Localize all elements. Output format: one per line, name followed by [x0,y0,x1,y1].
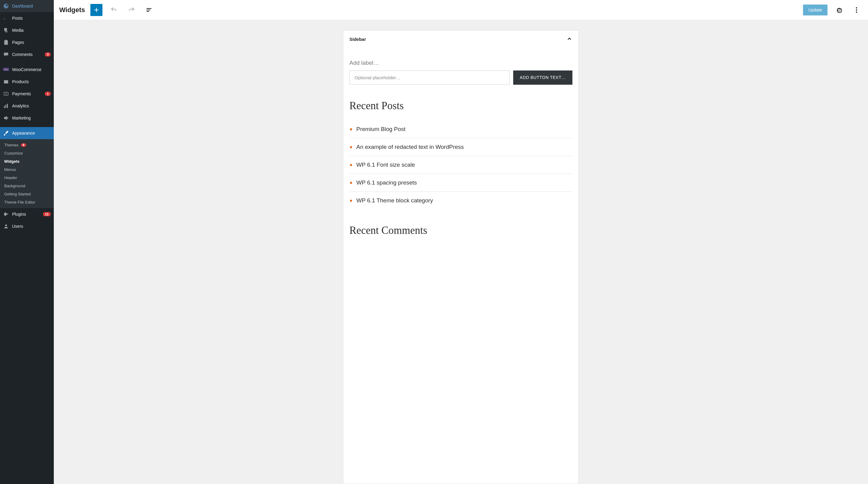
list-item[interactable]: Premium Blog Post [349,120,572,138]
users-icon [3,223,9,229]
bullet-icon [350,200,352,202]
submenu-item-label: Theme File Editor [4,200,35,204]
submenu-item-widgets[interactable]: Widgets [0,157,54,166]
dashboard-icon [3,3,9,9]
products-icon [3,79,9,85]
add-block-button[interactable] [90,4,102,16]
submenu-item-getting-started[interactable]: Getting Started [0,190,54,198]
sidebar-item-label: Plugins [12,212,40,217]
submenu-item-label: Themes [4,143,19,147]
payments-badge: 1 [45,92,51,96]
search-block-label[interactable]: Add label… [349,60,572,66]
editor-main: Sidebar Add label… ADD BUTTON TEXT… Rece… [54,0,868,484]
sidebar-item-payments[interactable]: $ Payments 1 [0,88,54,100]
sidebar-item-media[interactable]: Media [0,24,54,36]
list-view-button[interactable] [143,4,155,16]
post-title: WP 6.1 Theme block category [356,197,433,204]
list-item[interactable]: WP 6.1 spacing presets [349,174,572,192]
sidebar-item-label: Marketing [12,116,51,120]
bullet-icon [350,164,352,166]
sidebar-item-products[interactable]: Products [0,76,54,88]
list-item[interactable]: WP 6.1 Theme block category [349,192,572,209]
svg-rect-2 [4,80,8,84]
sidebar-item-marketing[interactable]: Marketing [0,112,54,124]
sidebar-item-comments[interactable]: Comments 3 [0,49,54,60]
themes-badge: 8 [21,143,26,147]
post-title: WP 6.1 Font size scale [356,162,415,168]
analytics-icon [3,103,9,109]
redo-icon [128,6,135,13]
post-title: Premium Blog Post [356,126,406,133]
sidebar-item-label: Analytics [12,104,51,108]
gear-icon [835,6,843,13]
bullet-icon [350,182,352,184]
search-input[interactable] [349,70,509,85]
list-item[interactable]: An example of redacted text in WordPress [349,138,572,156]
comment-icon [3,51,9,57]
svg-point-9 [856,7,857,8]
svg-point-8 [5,224,7,226]
list-view-icon [145,6,153,13]
update-button[interactable]: Update [803,4,828,16]
svg-rect-7 [7,104,8,108]
comments-badge: 3 [45,52,51,57]
undo-icon [110,6,118,13]
svg-text:woo: woo [4,68,8,70]
post-title: An example of redacted text in WordPress [356,144,464,150]
plus-icon [93,6,100,13]
submenu-item-themes[interactable]: Themes 8 [0,141,54,149]
plugin-icon [3,211,9,217]
post-title: WP 6.1 spacing presets [356,179,417,186]
payments-icon: $ [3,91,9,97]
redo-button[interactable] [125,4,137,16]
sidebar-item-posts[interactable]: Posts [0,12,54,24]
page-title: Widgets [59,6,85,14]
bullet-icon [350,146,352,148]
plugins-badge: 11 [43,212,51,216]
sidebar-item-label: Comments [12,52,42,57]
svg-text:$: $ [5,92,7,95]
svg-point-11 [856,11,857,13]
submenu-item-label: Background [4,183,25,188]
submenu-item-label: Header [4,175,17,180]
submenu-item-theme-file-editor[interactable]: Theme File Editor [0,198,54,206]
submenu-item-customize[interactable]: Customize [0,149,54,157]
submenu-item-label: Widgets [4,159,19,164]
sidebar-item-label: Payments [12,91,42,96]
chevron-up-icon [566,36,572,42]
submenu-item-header[interactable]: Header [0,174,54,182]
list-item[interactable]: WP 6.1 Font size scale [349,156,572,174]
sidebar-item-analytics[interactable]: Analytics [0,100,54,112]
widget-area-sidebar: Sidebar Add label… ADD BUTTON TEXT… Rece… [343,30,579,484]
widget-area-title: Sidebar [349,37,366,42]
options-button[interactable] [850,4,863,16]
admin-sidebar: Dashboard Posts Media Pages Comments 3 w… [0,0,54,484]
bullet-icon [350,128,352,131]
more-vertical-icon [853,6,860,13]
search-button-label: ADD BUTTON TEXT… [520,75,566,80]
sidebar-item-pages[interactable]: Pages [0,36,54,49]
sidebar-item-label: Media [12,28,51,33]
woo-icon: woo [3,66,9,73]
recent-comments-heading: Recent Comments [349,224,572,236]
submenu-item-menus[interactable]: Menus [0,166,54,174]
search-button[interactable]: ADD BUTTON TEXT… [513,70,572,85]
media-icon [3,27,9,33]
sidebar-item-label: Posts [12,16,51,21]
sidebar-item-users[interactable]: Users [0,220,54,232]
sidebar-item-woocommerce[interactable]: woo WooCommerce [0,63,54,76]
search-block: ADD BUTTON TEXT… [349,70,572,85]
pin-icon [3,15,9,21]
sidebar-item-label: Dashboard [12,4,51,8]
sidebar-item-dashboard[interactable]: Dashboard [0,0,54,12]
sidebar-item-plugins[interactable]: Plugins 11 [0,208,54,220]
undo-button[interactable] [108,4,120,16]
appearance-submenu: Themes 8 Customize Widgets Menus Header … [0,139,54,208]
submenu-item-label: Menus [4,167,16,172]
submenu-item-background[interactable]: Background [0,182,54,190]
settings-button[interactable] [833,4,845,16]
sidebar-item-label: Pages [12,40,51,45]
sidebar-item-appearance[interactable]: Appearance [0,127,54,139]
svg-rect-6 [5,105,6,108]
widget-area-header[interactable]: Sidebar [343,31,579,48]
